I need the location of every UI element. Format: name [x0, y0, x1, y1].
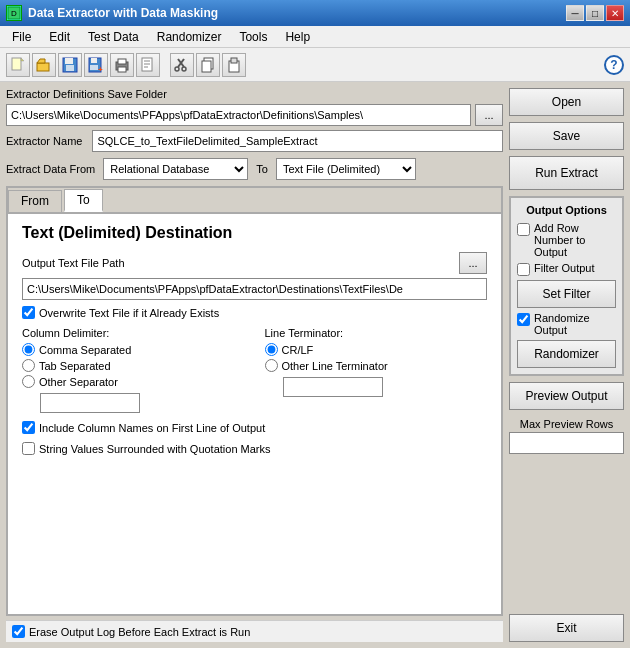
to-label: To: [252, 163, 272, 175]
maximize-button[interactable]: □: [586, 5, 604, 21]
save-folder-label: Extractor Definitions Save Folder: [6, 88, 503, 100]
tab-separated-radio[interactable]: [22, 359, 35, 372]
set-filter-button[interactable]: Set Filter: [517, 280, 616, 308]
title-bar: D Data Extractor with Data Masking ─ □ ✕: [0, 0, 630, 26]
include-column-names-checkbox[interactable]: [22, 421, 35, 434]
crlf-radio[interactable]: [265, 343, 278, 356]
tab-to-content: Text (Delimited) Destination Output Text…: [8, 214, 501, 614]
filter-output-checkbox[interactable]: [517, 263, 530, 276]
exit-button[interactable]: Exit: [509, 614, 624, 642]
menu-tools[interactable]: Tools: [231, 28, 275, 46]
add-row-number-label: Add Row Number to Output: [534, 222, 616, 258]
column-delimiter-group: Column Delimiter: Comma Separated Tab Se…: [22, 327, 245, 413]
menu-test-data[interactable]: Test Data: [80, 28, 147, 46]
filter-output-label: Filter Output: [534, 262, 595, 274]
extractor-name-input[interactable]: [92, 130, 503, 152]
randomize-output-checkbox[interactable]: [517, 313, 530, 326]
string-values-checkbox[interactable]: [22, 442, 35, 455]
column-delimiter-label: Column Delimiter:: [22, 327, 245, 339]
erase-output-log-checkbox[interactable]: [12, 625, 25, 638]
menu-file[interactable]: File: [4, 28, 39, 46]
svg-point-23: [175, 67, 179, 71]
output-path-browse-button[interactable]: ...: [459, 252, 487, 274]
menu-randomizer[interactable]: Randomizer: [149, 28, 230, 46]
toolbar-save-button[interactable]: [58, 53, 82, 77]
randomize-output-label: Randomize Output: [534, 312, 616, 336]
svg-marker-3: [21, 58, 24, 61]
tab-headers: From To: [8, 188, 501, 214]
output-options-box: Output Options Add Row Number to Output …: [509, 196, 624, 376]
menu-edit[interactable]: Edit: [41, 28, 78, 46]
output-options-title: Output Options: [517, 204, 616, 216]
preview-output-button[interactable]: Preview Output: [509, 382, 624, 410]
svg-rect-15: [118, 59, 126, 64]
svg-rect-9: [66, 65, 74, 71]
other-separator-label: Other Separator: [39, 376, 118, 388]
comma-separated-label: Comma Separated: [39, 344, 131, 356]
help-button[interactable]: ?: [604, 55, 624, 75]
randomizer-button[interactable]: Randomizer: [517, 340, 616, 368]
include-column-names-label: Include Column Names on First Line of Ou…: [39, 422, 265, 434]
left-panel: Extractor Definitions Save Folder ... Ex…: [6, 88, 503, 642]
close-button[interactable]: ✕: [606, 5, 624, 21]
app-icon: D: [6, 5, 22, 21]
add-row-number-checkbox[interactable]: [517, 223, 530, 236]
bottom-status: Erase Output Log Before Each Extract is …: [6, 620, 503, 642]
overwrite-checkbox[interactable]: [22, 306, 35, 319]
output-path-input[interactable]: [22, 278, 487, 300]
svg-point-24: [182, 67, 186, 71]
max-preview-rows-label: Max Preview Rows: [509, 418, 624, 430]
toolbar-new-button[interactable]: [6, 53, 30, 77]
other-separator-input[interactable]: [40, 393, 140, 413]
line-terminator-label: Line Terminator:: [265, 327, 488, 339]
svg-rect-12: [90, 65, 98, 70]
svg-rect-11: [91, 58, 97, 63]
extract-from-label: Extract Data From: [6, 163, 95, 175]
extractor-name-label: Extractor Name: [6, 135, 82, 147]
right-panel: Open Save Run Extract Output Options Add…: [509, 88, 624, 642]
svg-rect-5: [37, 63, 49, 71]
to-dropdown[interactable]: Text File (Delimited) Excel File Databas…: [276, 158, 416, 180]
svg-rect-4: [24, 58, 25, 61]
tab-from[interactable]: From: [8, 190, 62, 212]
minimize-button[interactable]: ─: [566, 5, 584, 21]
svg-text:D: D: [11, 9, 17, 18]
max-preview-rows-input[interactable]: [509, 432, 624, 454]
app-title: Data Extractor with Data Masking: [28, 6, 218, 20]
comma-separated-radio[interactable]: [22, 343, 35, 356]
line-terminator-group: Line Terminator: CR/LF Other Line Termin…: [265, 327, 488, 413]
save-folder-input[interactable]: [6, 104, 471, 126]
menu-help[interactable]: Help: [277, 28, 318, 46]
open-button[interactable]: Open: [509, 88, 624, 116]
other-separator-radio[interactable]: [22, 375, 35, 388]
toolbar-preview-button[interactable]: [136, 53, 160, 77]
toolbar-cut-button[interactable]: [170, 53, 194, 77]
output-path-label: Output Text File Path: [22, 257, 455, 269]
crlf-label: CR/LF: [282, 344, 314, 356]
svg-rect-2: [12, 58, 21, 70]
tab-separated-label: Tab Separated: [39, 360, 111, 372]
toolbar-paste-button[interactable]: [222, 53, 246, 77]
run-extract-button[interactable]: Run Extract: [509, 156, 624, 190]
erase-output-log-label: Erase Output Log Before Each Extract is …: [29, 626, 250, 638]
other-line-terminator-input[interactable]: [283, 377, 383, 397]
tab-area: From To Text (Delimited) Destination Out…: [6, 186, 503, 616]
toolbar-open-button[interactable]: [32, 53, 56, 77]
toolbar-saveas-button[interactable]: +: [84, 53, 108, 77]
menu-bar: File Edit Test Data Randomizer Tools Hel…: [0, 26, 630, 48]
main-content: Extractor Definitions Save Folder ... Ex…: [0, 82, 630, 648]
tab-to[interactable]: To: [64, 189, 103, 212]
svg-rect-28: [231, 58, 237, 63]
string-values-label: String Values Surrounded with Quotation …: [39, 443, 271, 455]
toolbar: + ?: [0, 48, 630, 82]
from-dropdown[interactable]: Relational Database Text File Excel File: [103, 158, 248, 180]
svg-marker-6: [37, 59, 45, 63]
save-button[interactable]: Save: [509, 122, 624, 150]
svg-rect-8: [65, 58, 73, 64]
other-line-terminator-radio[interactable]: [265, 359, 278, 372]
svg-text:+: +: [98, 65, 103, 73]
toolbar-print-button[interactable]: [110, 53, 134, 77]
toolbar-copy-button[interactable]: [196, 53, 220, 77]
save-folder-browse-button[interactable]: ...: [475, 104, 503, 126]
overwrite-label: Overwrite Text File if it Already Exists: [39, 307, 219, 319]
